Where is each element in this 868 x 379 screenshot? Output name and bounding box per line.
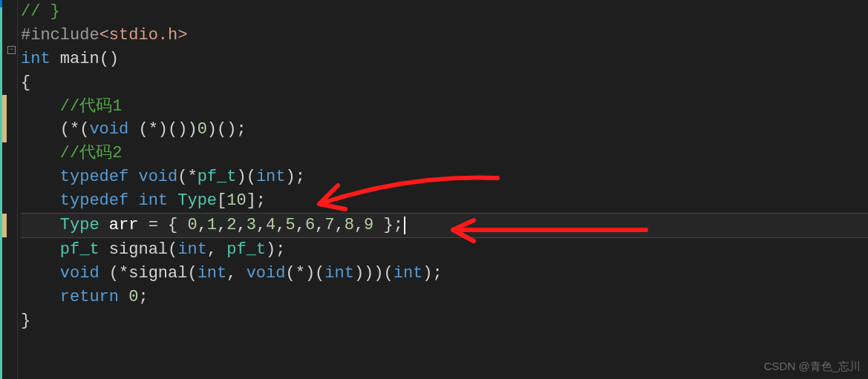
code-token: );	[422, 264, 442, 283]
code-token: (*(	[60, 120, 90, 139]
code-token: int	[177, 240, 207, 259]
code-line[interactable]: // }	[21, 0, 868, 24]
code-token: ,	[198, 216, 207, 234]
code-token: 10	[226, 191, 246, 210]
code-token: int	[394, 264, 423, 283]
indent	[21, 288, 60, 306]
gutter: −	[0, 0, 18, 379]
code-token: int	[324, 264, 354, 283]
code-token: 5	[285, 216, 295, 234]
code-line[interactable]: return 0;	[21, 286, 868, 309]
indent	[21, 120, 60, 139]
code-token: [	[217, 191, 226, 210]
code-token: //代码2	[60, 144, 123, 162]
code-token: )();	[207, 120, 247, 139]
watermark: CSDN @青色_忘川	[764, 358, 861, 375]
code-token: int	[198, 264, 227, 283]
gutter-stripe	[0, 0, 2, 379]
code-token: (*	[99, 264, 129, 283]
annotation-arrow-icon	[438, 219, 661, 248]
code-token: int	[21, 50, 50, 68]
code-token	[128, 168, 138, 186]
code-token: }	[21, 312, 30, 330]
code-token: = {	[138, 216, 187, 234]
code-token: ,	[256, 216, 266, 234]
code-line[interactable]: //代码2	[21, 142, 868, 165]
code-token: )))(	[354, 264, 394, 283]
code-token: );	[266, 240, 285, 259]
code-token: pf_t	[60, 240, 99, 259]
code-token: 0	[119, 288, 138, 306]
code-token: ,	[236, 216, 246, 234]
code-token: // }	[21, 2, 60, 21]
code-token	[128, 191, 138, 210]
code-token: #include	[21, 26, 99, 45]
indent	[21, 216, 60, 234]
code-token: ,	[207, 240, 226, 259]
code-token: main	[50, 50, 99, 68]
code-line[interactable]: }	[21, 309, 868, 333]
code-token: (*)(	[285, 264, 324, 283]
code-token: ,	[275, 216, 285, 234]
code-token: int	[138, 191, 168, 210]
code-token: {	[21, 73, 30, 92]
code-token: ];	[247, 191, 266, 210]
code-token: signal	[128, 264, 187, 283]
indent	[21, 168, 60, 186]
code-token: (*)())	[128, 120, 197, 139]
code-token: void	[89, 120, 128, 139]
code-token: int	[256, 168, 286, 186]
code-token: (	[187, 264, 197, 283]
code-token: Type	[60, 216, 99, 234]
code-token: ()	[99, 50, 119, 68]
code-line[interactable]: {	[21, 71, 868, 95]
code-token: Type	[168, 191, 217, 210]
code-token: pf_t	[226, 240, 266, 259]
code-token: void	[247, 264, 286, 283]
code-token: (*	[177, 168, 197, 186]
code-line[interactable]: (*(void (*)())0)();	[21, 118, 868, 142]
code-token: 2	[226, 216, 236, 234]
code-token: 0	[198, 120, 207, 139]
indent	[21, 264, 60, 283]
code-token: 3	[247, 216, 256, 234]
gutter-mod-marker	[2, 95, 7, 142]
code-token: ,	[226, 264, 246, 283]
code-token: signal	[99, 240, 168, 259]
code-token: 1	[207, 216, 217, 234]
annotation-arrow-icon	[297, 171, 520, 223]
code-token: )(	[236, 168, 255, 186]
code-token: <stdio.h>	[99, 26, 188, 45]
code-token: ;	[138, 288, 148, 306]
indent	[21, 97, 60, 116]
code-token: void	[138, 168, 177, 186]
code-line[interactable]: //代码1	[21, 95, 868, 119]
code-token: 4	[266, 216, 275, 234]
indent	[21, 191, 60, 210]
code-line[interactable]: int main()	[21, 47, 868, 71]
indent	[21, 144, 60, 162]
fold-minus-icon[interactable]: −	[7, 46, 16, 54]
code-token: ,	[217, 216, 226, 234]
code-line[interactable]: void (*signal(int, void(*)(int)))(int);	[21, 262, 868, 286]
code-token: pf_t	[198, 168, 237, 186]
code-token: return	[60, 288, 119, 306]
code-token: typedef	[60, 191, 128, 210]
indent	[21, 240, 60, 259]
code-token: //代码1	[60, 97, 123, 116]
code-token: arr	[99, 216, 139, 234]
code-token: 0	[187, 216, 197, 234]
code-token: void	[60, 264, 99, 283]
code-token: (	[168, 240, 177, 259]
gutter-mod-marker	[2, 214, 7, 237]
code-line[interactable]: #include<stdio.h>	[21, 24, 868, 47]
code-token: typedef	[60, 168, 128, 186]
